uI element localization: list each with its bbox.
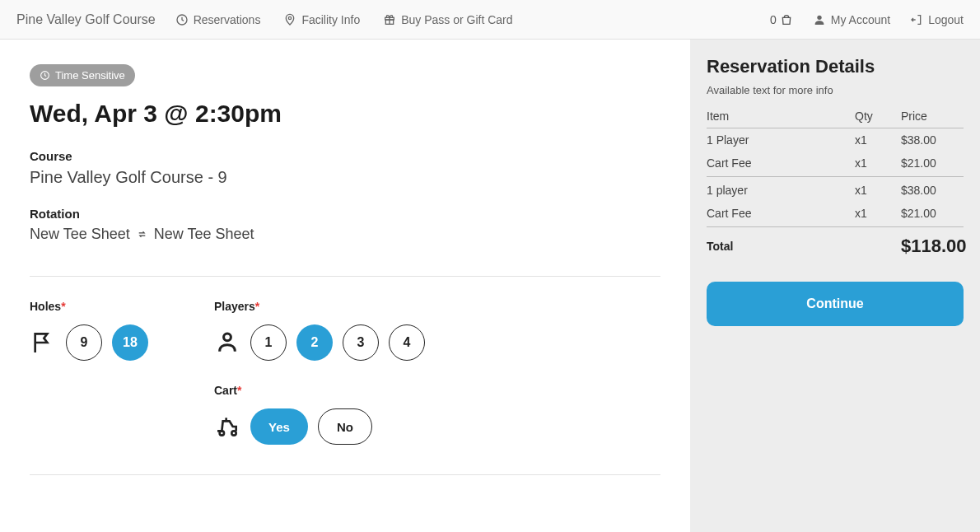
logout-icon [910,13,923,26]
map-pin-icon [283,13,296,26]
table-total: Total $118.00 [707,226,964,262]
rotation-to: New Tee Sheet [154,226,254,243]
cell-price: $38.00 [901,133,964,147]
svg-point-7 [220,431,224,435]
col-qty: Qty [855,110,901,123]
required-marker: * [255,300,259,313]
clock-icon [175,13,189,26]
holes-option-18[interactable]: 18 [112,324,148,361]
rotation-from: New Tee Sheet [30,226,130,243]
user-icon [813,13,826,26]
line-items-table: Item Qty Price 1 Player x1 $38.00 Cart F… [707,105,964,262]
cell-qty: x1 [855,133,901,147]
holes-group: Holes* 9 18 [30,300,148,445]
cart-option-no[interactable]: No [318,408,372,445]
swap-icon [137,229,147,240]
rotation-value: New Tee Sheet New Tee Sheet [30,226,660,243]
cart-button[interactable]: 0 [770,13,793,26]
cart-count: 0 [770,13,777,26]
sidebar-title: Reservation Details [707,56,964,77]
nav-buy-pass[interactable]: Buy Pass or Gift Card [383,13,512,26]
bag-icon [780,13,793,26]
nav-facility-info[interactable]: Facility Info [283,13,360,26]
time-sensitive-badge: Time Sensitive [30,64,135,86]
cell-qty: x1 [855,207,901,220]
sidebar-subtitle: Available text for more info [707,84,964,96]
svg-point-4 [817,15,821,19]
col-price: Price [901,110,964,123]
page-body: Time Sensitive Wed, Apr 3 @ 2:30pm Cours… [0,40,980,532]
holes-controls: 9 18 [30,324,148,361]
divider-bottom [30,474,660,475]
players-option-3[interactable]: 3 [343,324,379,361]
cart-label: Cart* [214,384,425,397]
holes-label: Holes* [30,300,148,313]
cart-group: Cart* Yes No [214,384,425,445]
table-row: Cart Fee x1 $21.00 [707,202,964,225]
table-header: Item Qty Price [707,105,964,128]
cell-price: $21.00 [901,156,964,170]
clock-icon [40,70,50,81]
nav-label: Logout [928,13,964,26]
cell-item: Cart Fee [707,156,855,170]
cell-price: $21.00 [901,207,964,220]
cell-qty: x1 [855,156,901,170]
cell-item: Cart Fee [707,207,855,220]
cell-qty: x1 [855,184,901,197]
logout-link[interactable]: Logout [910,13,964,26]
brand-name: Pine Valley Golf Course [16,12,156,27]
col-item: Item [707,110,855,123]
players-controls: 1 2 3 4 [214,324,425,361]
nav-reservations[interactable]: Reservations [175,13,261,26]
nav-label: Buy Pass or Gift Card [401,13,512,26]
divider [30,276,660,277]
top-nav: Pine Valley Golf Course Reservations Fac… [0,0,980,40]
players-option-2[interactable]: 2 [296,324,333,361]
badge-text: Time Sensitive [55,69,125,82]
players-label: Players* [214,300,425,313]
main-panel: Time Sensitive Wed, Apr 3 @ 2:30pm Cours… [0,40,690,483]
required-marker: * [237,384,241,397]
table-row: 1 Player x1 $38.00 [707,128,964,152]
nav-label: Facility Info [301,13,360,26]
gift-icon [383,13,396,26]
svg-point-8 [231,431,236,435]
players-option-1[interactable]: 1 [250,324,287,361]
nav-label: Reservations [194,13,261,26]
person-icon [214,329,240,356]
my-account-link[interactable]: My Account [813,13,890,26]
players-option-4[interactable]: 4 [389,324,425,361]
golf-cart-icon [214,413,240,440]
cart-option-yes[interactable]: Yes [250,408,308,445]
svg-point-1 [289,16,292,19]
rotation-label: Rotation [30,207,660,221]
booking-datetime: Wed, Apr 3 @ 2:30pm [30,100,660,128]
table-row: 1 player x1 $38.00 [707,179,964,202]
cell-item: 1 player [707,184,855,197]
header-right: 0 My Account Logout [770,13,964,26]
course-value: Pine Valley Golf Course - 9 [30,168,660,187]
total-label: Total [707,240,855,253]
options-row: Holes* 9 18 Players* 1 2 3 4 [30,300,660,445]
holes-option-9[interactable]: 9 [66,324,102,361]
required-marker: * [61,300,65,313]
cell-item: 1 Player [707,133,855,147]
flag-icon [30,329,56,356]
cart-controls: Yes No [214,408,425,445]
reservation-sidebar: Reservation Details Available text for m… [690,40,980,532]
table-row: Cart Fee x1 $21.00 [707,152,964,177]
cell-price: $38.00 [901,184,964,197]
svg-point-6 [224,334,231,341]
course-label: Course [30,149,660,163]
nav-label: My Account [831,13,890,26]
total-amount: $118.00 [901,236,964,257]
continue-button[interactable]: Continue [707,282,964,326]
players-group: Players* 1 2 3 4 Cart* Yes No [214,300,425,445]
